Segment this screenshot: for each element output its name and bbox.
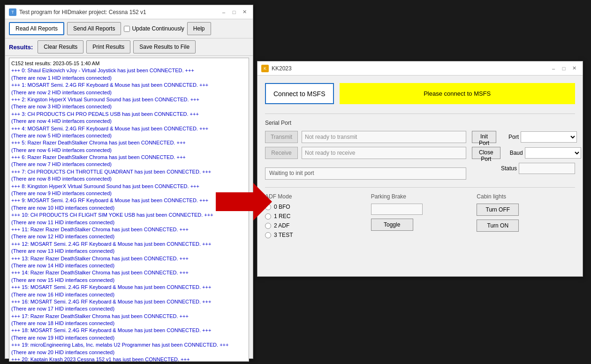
results-label: Results: (9, 44, 33, 51)
log-line: +++ 2: Kingston HyperX Virtual Surround … (11, 96, 247, 103)
log-line: (There are now 18 HID interfaces connect… (11, 320, 247, 327)
log-line: (There are now 15 HID interfaces connect… (11, 277, 247, 284)
transmit-status-field[interactable] (302, 131, 466, 143)
content-area: Connect to MSFS Please connect to MSFS S… (258, 76, 583, 246)
window2: K KK2023 – □ ✕ Connect to MSFS Please co… (257, 61, 583, 277)
baud-row: Close Port Baud (472, 147, 575, 159)
toggle-button[interactable]: Toggle (371, 219, 413, 231)
serial-left-panel: Transmit Receive Waiting to init port (265, 131, 466, 180)
log-line: (There are now 14 HID interfaces connect… (11, 262, 247, 269)
turn-on-button[interactable]: Turn ON (477, 220, 519, 232)
adf-option-1[interactable]: 1 REC (265, 213, 364, 220)
parking-brake-value (371, 204, 423, 215)
baud-label: Baud (504, 150, 523, 156)
status-port-field (519, 163, 575, 174)
save-results-button[interactable]: Save Results to File (133, 40, 196, 53)
port-label: Port (500, 134, 519, 140)
log-line: +++ 3: CH PRODUCTS CH PRO PEDALS USB has… (11, 111, 247, 118)
adf-radio-group: 0 BFO 1 REC 2 ADF 3 TEST (265, 204, 364, 238)
adf-radio-2[interactable] (265, 223, 271, 229)
port-init-row: Init Port Port (472, 131, 575, 143)
park-section: Toggle (371, 204, 470, 231)
log-line: +++ 10: CH PRODUCTS CH FLIGHT SIM YOKE U… (11, 212, 247, 219)
update-continuously-label[interactable]: Update Continuously (124, 25, 184, 32)
msfs-status-banner: Please connect to MSFS (340, 83, 576, 104)
log-line: +++ 9: MOSART Semi. 2.4G RF Keyboard & M… (11, 197, 247, 204)
log-line: (There are now 6 HID interfaces connecte… (11, 147, 247, 154)
bottom-section: ADF Mode 0 BFO 1 REC 2 ADF (265, 187, 575, 238)
log-line: (There are now 4 HID interfaces connecte… (11, 118, 247, 125)
adf-mode-panel: ADF Mode 0 BFO 1 REC 2 ADF (265, 193, 364, 238)
maximize-btn-1[interactable]: □ (229, 8, 239, 16)
minimize-btn-2[interactable]: – (549, 64, 558, 73)
receive-button[interactable]: Receive (265, 147, 298, 159)
log-line: (There are now 5 HID interfaces connecte… (11, 132, 247, 139)
log-line: (There are now 20 HID interfaces connect… (11, 349, 247, 356)
log-line: (There are now 12 HID interfaces connect… (11, 233, 247, 240)
cabin-lights-panel: Cabin lights Turn OFF Turn ON (477, 193, 575, 238)
log-line: +++ 8: Kingston HyperX Virtual Surround … (11, 183, 247, 190)
serial-port-section: Serial Port Transmit Receive Waiting to … (265, 114, 575, 180)
print-results-button[interactable]: Print Results (86, 40, 130, 53)
window1: T Test program for HIDmaker project: Ces… (5, 5, 253, 359)
adf-option-2[interactable]: 2 ADF (265, 222, 364, 229)
transmit-button[interactable]: Transmit (265, 131, 298, 143)
app-icon-1: T (9, 8, 16, 16)
window1-title: Test program for HIDmaker project: Cessn… (19, 9, 146, 15)
app-icon-2: K (261, 65, 269, 72)
cabin-section: Turn OFF Turn ON (477, 204, 575, 232)
receive-row: Receive (265, 147, 466, 159)
log-line: (There are now 11 HID interfaces connect… (11, 219, 247, 226)
log-line: (There are now 1 HID interfaces connecte… (11, 75, 247, 82)
adf-mode-label: ADF Mode (265, 193, 364, 200)
maximize-btn-2[interactable]: □ (559, 64, 568, 73)
init-port-button[interactable]: Init Port (472, 131, 496, 143)
cabin-lights-label: Cabin lights (477, 193, 575, 200)
log-line: +++ 20: Kaptain Krash 2023 Cessna 152 v1… (11, 356, 247, 362)
log-line: C152 test results: 2023-05-15 1:40 AM (11, 60, 247, 67)
baud-select[interactable] (525, 147, 581, 159)
clear-results-button[interactable]: Clear Results (38, 40, 83, 53)
log-line: +++ 6: Razer Razer DeathStalker Chroma h… (11, 154, 247, 161)
serial-main-grid: Transmit Receive Waiting to init port In… (265, 131, 575, 180)
turn-off-button[interactable]: Turn OFF (477, 204, 519, 216)
status-port-label: Status (498, 165, 517, 172)
receive-status-field[interactable] (302, 147, 466, 159)
results-bar: Results: Clear Results Print Results Sav… (5, 38, 253, 56)
log-line: (There are now 8 HID interfaces connecte… (11, 175, 247, 182)
log-line: (There are now 2 HID interfaces connecte… (11, 89, 247, 96)
send-all-reports-button[interactable]: Send All Reports (67, 22, 121, 35)
port-select[interactable] (521, 131, 577, 143)
minimize-btn-1[interactable]: – (219, 8, 228, 16)
log-line: +++ 12: MOSART Semi. 2.4G RF Keyboard & … (11, 241, 247, 248)
log-line: +++ 0: Shaul Eizikovich vJoy - Virtual J… (11, 67, 247, 74)
serial-right-panel: Init Port Port Close Port Baud (472, 131, 575, 180)
title-bar-1: T Test program for HIDmaker project: Ces… (5, 5, 253, 19)
log-line: +++ 5: Razer Razer DeathStalker Chroma h… (11, 139, 247, 146)
adf-option-3[interactable]: 3 TEST (265, 232, 364, 238)
log-line: (There are now 3 HID interfaces connecte… (11, 103, 247, 110)
log-line: (There are now 7 HID interfaces connecte… (11, 161, 247, 168)
log-line: (There are now 9 HID interfaces connecte… (11, 190, 247, 197)
log-line: +++ 14: Razer Razer DeathStalker Chroma … (11, 269, 247, 276)
log-line: +++ 1: MOSART Semi. 2.4G RF Keyboard & M… (11, 82, 247, 89)
log-line: +++ 13: Razer Razer DeathStalker Chroma … (11, 255, 247, 262)
waiting-status-bar: Waiting to init port (265, 167, 466, 180)
update-continuously-checkbox[interactable] (124, 26, 130, 32)
results-area[interactable]: C152 test results: 2023-05-15 1:40 AM+++… (9, 58, 249, 362)
help-button[interactable]: Help (187, 22, 211, 35)
adf-option-0[interactable]: 0 BFO (265, 204, 364, 210)
adf-radio-3[interactable] (265, 232, 271, 238)
window2-title: KK2023 (272, 65, 292, 72)
read-all-reports-button[interactable]: Read All Reports (9, 22, 64, 35)
connect-to-msfs-button[interactable]: Connect to MSFS (265, 83, 334, 104)
log-line: +++ 4: MOSART Semi. 2.4G RF Keyboard & M… (11, 125, 247, 132)
status-port-row: Status (472, 163, 575, 174)
title-bar-2: K KK2023 – □ ✕ (258, 61, 583, 76)
serial-port-label: Serial Port (265, 120, 575, 126)
close-port-button[interactable]: Close Port (472, 147, 500, 159)
parking-brake-label: Parking Brake (371, 193, 470, 200)
close-btn-2[interactable]: ✕ (569, 64, 579, 73)
toolbar-1: Read All Reports Send All Reports Update… (5, 19, 253, 38)
close-btn-1[interactable]: ✕ (240, 8, 249, 16)
